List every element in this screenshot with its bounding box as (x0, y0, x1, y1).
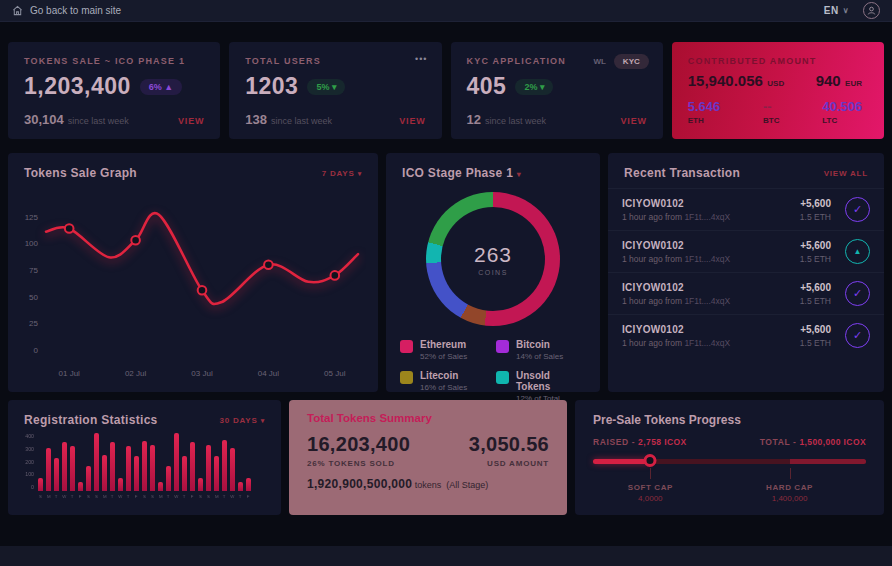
home-icon (12, 5, 23, 16)
tokens-sale-value: 1,203,400 (24, 73, 131, 100)
svg-text:50: 50 (29, 293, 38, 302)
all-stage-total: 1,920,900,500,000 tokens (All Stage) (307, 477, 549, 491)
tokens-sale-graph-panel: Tokens Sale Graph 7 DAYS ▾ 0255075100125… (8, 153, 378, 392)
usd-amount-note: USD AMOUNT (469, 459, 549, 468)
status-ok-icon[interactable]: ✓ (845, 197, 870, 222)
transaction-row[interactable]: ICIYOW0102 1 hour ago from 1F1t....4xqX … (608, 272, 884, 314)
panel-title: Tokens Sale Graph (24, 166, 137, 180)
progress-hardcap-zone (790, 459, 866, 464)
stat-cards-row: TOKENS SALE ~ ICO PHASE 1 1,203,400 6% ▲… (8, 42, 884, 139)
bar: W (118, 478, 123, 491)
panel-title: Pre-Sale Tokens Progress (593, 413, 866, 427)
legend-swatch (496, 371, 509, 384)
chevron-down-icon: ▾ (261, 417, 265, 424)
bar: F (246, 478, 251, 491)
legend-swatch (496, 340, 509, 353)
registration-bar-chart: 4003002001000 S M T W T F S S (8, 431, 281, 491)
svg-text:04 Jul: 04 Jul (258, 369, 280, 378)
bar: F (190, 442, 195, 491)
transaction-row[interactable]: ICIYOW0102 1 hour ago from 1F1t....4xqX … (608, 230, 884, 272)
view-link[interactable]: VIEW (399, 116, 425, 126)
transaction-row[interactable]: ICIYOW0102 1 hour ago from 1F1t....4xqX … (608, 188, 884, 230)
btc-amount: -- BTC (763, 99, 779, 125)
transaction-row[interactable]: ICIYOW0102 1 hour ago from 1F1t....4xqX … (608, 314, 884, 356)
stat-card-tokens-sale: TOKENS SALE ~ ICO PHASE 1 1,203,400 6% ▲… (8, 42, 220, 139)
bar: S (198, 478, 203, 491)
kyc-toggle[interactable]: KYC (614, 54, 649, 69)
svg-text:01 Jul: 01 Jul (59, 369, 81, 378)
bar: T (54, 458, 59, 491)
svg-text:05 Jul: 05 Jul (324, 369, 346, 378)
progress-fill (593, 459, 650, 464)
stat-card-total-users: TOTAL USERS ••• 1203 5% ▾ 138since last … (229, 42, 441, 139)
hard-cap: HARD CAP 1,400,000 (766, 483, 813, 503)
ico-stage-dropdown[interactable]: ICO Stage Phase 1 ▾ (402, 166, 521, 180)
bar-y-axis: 4003002001000 (22, 433, 38, 491)
more-options-icon[interactable]: ••• (415, 54, 427, 64)
ico-stage-donut: 263 COINS (426, 192, 560, 326)
delta-note: since last week (271, 116, 332, 126)
progress-track: SOFT CAP 4,0000 HARD CAP 1,400,000 (593, 459, 866, 464)
user-avatar[interactable] (863, 2, 880, 19)
legend-item: Bitcoin14% of Sales (496, 339, 586, 361)
eth-amount: 5.646 ETH (688, 99, 721, 125)
bar: T (222, 440, 227, 491)
svg-text:03 Jul: 03 Jul (191, 369, 213, 378)
kyc-value: 405 (467, 73, 507, 100)
bar: M (102, 455, 107, 491)
bar: W (174, 433, 179, 491)
bar: S (94, 433, 99, 491)
panel-title: Registration Statistics (24, 413, 158, 427)
trend-badge: 6% ▲ (140, 79, 182, 95)
delta-note: since last week (485, 116, 546, 126)
range-dropdown-7days[interactable]: 7 DAYS ▾ (322, 169, 362, 178)
status-ok-icon[interactable]: ✓ (845, 281, 870, 306)
chevron-down-icon: ▾ (517, 170, 521, 179)
chevron-down-icon: ▾ (358, 170, 362, 177)
trend-badge: 5% ▾ (307, 79, 345, 95)
range-dropdown-30days[interactable]: 30 DAYS ▾ (219, 416, 265, 425)
status-ok-icon[interactable]: ✓ (845, 323, 870, 348)
bar: W (62, 442, 67, 491)
view-link[interactable]: VIEW (621, 116, 647, 126)
topbar: Go back to main site EN ∨ (0, 0, 892, 22)
presale-progress-panel: Pre-Sale Tokens Progress RAISED -2,758 I… (575, 400, 884, 515)
registration-statistics-panel: Registration Statistics 30 DAYS ▾ 400300… (8, 400, 281, 515)
view-link[interactable]: VIEW (178, 116, 204, 126)
bar: T (182, 456, 187, 492)
legend-swatch (400, 340, 413, 353)
card-title: TOKENS SALE ~ ICO PHASE 1 (24, 56, 204, 66)
delta-value: 30,104 (24, 112, 64, 127)
svg-text:125: 125 (25, 213, 39, 222)
total-tokens-summary-panel: Total Tokens Summary 16,203,400 26% TOKE… (289, 400, 567, 515)
recent-transactions-panel: Recent Transaction VIEW ALL ICIYOW0102 1… (608, 153, 884, 392)
back-to-main-site-link[interactable]: Go back to main site (12, 5, 121, 16)
footer-bar (0, 546, 892, 566)
eur-amount: 940 EUR (816, 72, 862, 90)
total-label: TOTAL -1,500,000 ICOX (760, 437, 866, 447)
tokens-sale-chart: 025507510012501 Jul02 Jul03 Jul04 Jul05 … (16, 190, 366, 382)
bar: F (78, 482, 83, 491)
bar: W (230, 448, 235, 492)
view-all-link[interactable]: VIEW ALL (824, 169, 868, 178)
progress-knob[interactable] (644, 454, 657, 467)
panel-title: Recent Transaction (624, 166, 740, 180)
svg-text:0: 0 (34, 346, 39, 355)
wl-toggle[interactable]: WL (593, 57, 605, 66)
coins-label: COINS (478, 269, 508, 276)
bar: F (134, 456, 139, 491)
card-title: TOTAL USERS (245, 56, 425, 66)
delta-value: 138 (245, 112, 267, 127)
status-pending-icon[interactable]: ▲ (845, 239, 870, 264)
delta-note: since last week (68, 116, 129, 126)
bar: M (214, 456, 219, 491)
bar: T (238, 482, 243, 491)
bar: S (86, 466, 91, 491)
tokens-sold-note: 26% TOKENS SOLD (307, 459, 410, 468)
svg-text:25: 25 (29, 319, 38, 328)
language-dropdown[interactable]: EN ∨ (824, 5, 849, 16)
bar: M (46, 448, 51, 492)
legend-item: Ethereum52% of Sales (400, 339, 490, 361)
total-users-value: 1203 (245, 73, 298, 100)
stat-card-contributed: CONTRIBUTED AMOUNT 15,940.056 USD 940 EU… (672, 42, 884, 139)
